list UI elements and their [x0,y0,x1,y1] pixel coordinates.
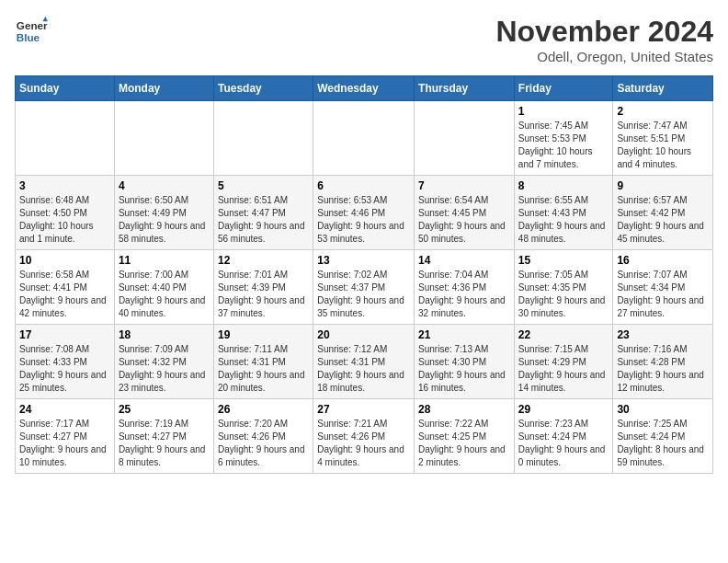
day-number: 2 [617,105,709,118]
day-number: 7 [418,179,510,192]
day-header-sunday: Sunday [16,76,115,101]
day-info: Sunrise: 7:09 AM Sunset: 4:32 PM Dayligh… [119,343,210,395]
calendar-cell: 10Sunrise: 6:58 AM Sunset: 4:41 PM Dayli… [16,250,115,325]
calendar-cell: 30Sunrise: 7:25 AM Sunset: 4:24 PM Dayli… [613,399,713,474]
calendar-cell [114,101,213,176]
day-header-monday: Monday [114,76,213,101]
calendar-cell: 14Sunrise: 7:04 AM Sunset: 4:36 PM Dayli… [415,250,515,325]
calendar-cell: 20Sunrise: 7:12 AM Sunset: 4:31 PM Dayli… [313,325,415,399]
location: Odell, Oregon, United States [495,49,713,64]
day-info: Sunrise: 6:53 AM Sunset: 4:46 PM Dayligh… [317,194,410,246]
day-number: 19 [218,328,309,341]
day-number: 21 [418,328,510,341]
day-info: Sunrise: 7:19 AM Sunset: 4:27 PM Dayligh… [119,418,210,469]
day-number: 27 [317,403,410,416]
calendar-cell: 24Sunrise: 7:17 AM Sunset: 4:27 PM Dayli… [16,399,115,474]
calendar-cell: 21Sunrise: 7:13 AM Sunset: 4:30 PM Dayli… [415,325,515,399]
day-info: Sunrise: 7:17 AM Sunset: 4:27 PM Dayligh… [19,418,110,469]
day-info: Sunrise: 6:55 AM Sunset: 4:43 PM Dayligh… [518,194,609,246]
calendar-cell: 13Sunrise: 7:02 AM Sunset: 4:37 PM Dayli… [313,250,415,325]
month-title: November 2024 [495,15,713,49]
day-number: 18 [119,328,210,341]
calendar-cell [16,101,115,176]
calendar-cell: 9Sunrise: 6:57 AM Sunset: 4:42 PM Daylig… [613,176,713,250]
day-info: Sunrise: 7:20 AM Sunset: 4:26 PM Dayligh… [218,418,309,469]
day-info: Sunrise: 7:12 AM Sunset: 4:31 PM Dayligh… [317,343,410,395]
day-info: Sunrise: 7:22 AM Sunset: 4:25 PM Dayligh… [418,418,510,469]
logo-icon: General Blue [15,15,48,48]
day-info: Sunrise: 7:02 AM Sunset: 4:37 PM Dayligh… [317,269,410,320]
day-number: 16 [617,254,709,267]
calendar-cell: 27Sunrise: 7:21 AM Sunset: 4:26 PM Dayli… [313,399,415,474]
day-number: 20 [317,328,410,341]
day-number: 14 [418,254,510,267]
week-row-3: 10Sunrise: 6:58 AM Sunset: 4:41 PM Dayli… [16,250,713,325]
day-info: Sunrise: 7:15 AM Sunset: 4:29 PM Dayligh… [518,343,609,395]
day-info: Sunrise: 7:13 AM Sunset: 4:30 PM Dayligh… [418,343,510,395]
calendar-cell: 1Sunrise: 7:45 AM Sunset: 5:53 PM Daylig… [514,101,613,176]
calendar-cell: 15Sunrise: 7:05 AM Sunset: 4:35 PM Dayli… [514,250,613,325]
logo: General Blue [15,15,48,48]
day-info: Sunrise: 7:05 AM Sunset: 4:35 PM Dayligh… [518,269,609,320]
day-info: Sunrise: 7:23 AM Sunset: 4:24 PM Dayligh… [518,418,609,469]
calendar-cell [213,101,313,176]
header-row: SundayMondayTuesdayWednesdayThursdayFrid… [16,76,713,101]
calendar-cell: 7Sunrise: 6:54 AM Sunset: 4:45 PM Daylig… [415,176,515,250]
day-number: 29 [518,403,609,416]
week-row-5: 24Sunrise: 7:17 AM Sunset: 4:27 PM Dayli… [16,399,713,474]
calendar-cell: 6Sunrise: 6:53 AM Sunset: 4:46 PM Daylig… [313,176,415,250]
calendar-cell: 29Sunrise: 7:23 AM Sunset: 4:24 PM Dayli… [514,399,613,474]
calendar-cell: 4Sunrise: 6:50 AM Sunset: 4:49 PM Daylig… [114,176,213,250]
calendar-cell: 22Sunrise: 7:15 AM Sunset: 4:29 PM Dayli… [514,325,613,399]
calendar-cell: 8Sunrise: 6:55 AM Sunset: 4:43 PM Daylig… [514,176,613,250]
calendar-cell: 11Sunrise: 7:00 AM Sunset: 4:40 PM Dayli… [114,250,213,325]
day-number: 1 [518,105,609,118]
calendar-cell: 2Sunrise: 7:47 AM Sunset: 5:51 PM Daylig… [613,101,713,176]
day-info: Sunrise: 7:25 AM Sunset: 4:24 PM Dayligh… [617,418,709,469]
week-row-1: 1Sunrise: 7:45 AM Sunset: 5:53 PM Daylig… [16,101,713,176]
calendar-cell [313,101,415,176]
day-info: Sunrise: 7:47 AM Sunset: 5:51 PM Dayligh… [617,120,709,171]
day-info: Sunrise: 6:51 AM Sunset: 4:47 PM Dayligh… [218,194,309,246]
calendar-cell: 25Sunrise: 7:19 AM Sunset: 4:27 PM Dayli… [114,399,213,474]
calendar-cell: 28Sunrise: 7:22 AM Sunset: 4:25 PM Dayli… [415,399,515,474]
day-info: Sunrise: 7:00 AM Sunset: 4:40 PM Dayligh… [119,269,210,320]
calendar-table: SundayMondayTuesdayWednesdayThursdayFrid… [15,75,713,474]
day-number: 11 [119,254,210,267]
day-info: Sunrise: 7:04 AM Sunset: 4:36 PM Dayligh… [418,269,510,320]
day-number: 17 [19,328,110,341]
day-number: 30 [617,403,709,416]
day-info: Sunrise: 6:48 AM Sunset: 4:50 PM Dayligh… [19,194,110,246]
day-info: Sunrise: 6:57 AM Sunset: 4:42 PM Dayligh… [617,194,709,246]
calendar-cell: 18Sunrise: 7:09 AM Sunset: 4:32 PM Dayli… [114,325,213,399]
day-number: 22 [518,328,609,341]
day-number: 26 [218,403,309,416]
day-header-friday: Friday [514,76,613,101]
day-number: 24 [19,403,110,416]
day-number: 10 [19,254,110,267]
title-area: November 2024 Odell, Oregon, United Stat… [495,15,713,64]
calendar-cell: 17Sunrise: 7:08 AM Sunset: 4:33 PM Dayli… [16,325,115,399]
calendar-cell: 5Sunrise: 6:51 AM Sunset: 4:47 PM Daylig… [213,176,313,250]
svg-text:Blue: Blue [17,31,40,43]
day-info: Sunrise: 7:01 AM Sunset: 4:39 PM Dayligh… [218,269,309,320]
day-info: Sunrise: 6:58 AM Sunset: 4:41 PM Dayligh… [19,269,110,320]
calendar-cell: 12Sunrise: 7:01 AM Sunset: 4:39 PM Dayli… [213,250,313,325]
day-number: 4 [119,179,210,192]
calendar-cell [415,101,515,176]
page-header: General Blue November 2024 Odell, Oregon… [15,15,713,64]
day-header-saturday: Saturday [613,76,713,101]
day-number: 28 [418,403,510,416]
day-number: 25 [119,403,210,416]
day-info: Sunrise: 6:54 AM Sunset: 4:45 PM Dayligh… [418,194,510,246]
calendar-cell: 3Sunrise: 6:48 AM Sunset: 4:50 PM Daylig… [16,176,115,250]
calendar-cell: 16Sunrise: 7:07 AM Sunset: 4:34 PM Dayli… [613,250,713,325]
day-info: Sunrise: 7:11 AM Sunset: 4:31 PM Dayligh… [218,343,309,395]
day-number: 15 [518,254,609,267]
day-header-wednesday: Wednesday [313,76,415,101]
day-number: 5 [218,179,309,192]
week-row-4: 17Sunrise: 7:08 AM Sunset: 4:33 PM Dayli… [16,325,713,399]
calendar-cell: 19Sunrise: 7:11 AM Sunset: 4:31 PM Dayli… [213,325,313,399]
day-number: 13 [317,254,410,267]
day-header-tuesday: Tuesday [213,76,313,101]
